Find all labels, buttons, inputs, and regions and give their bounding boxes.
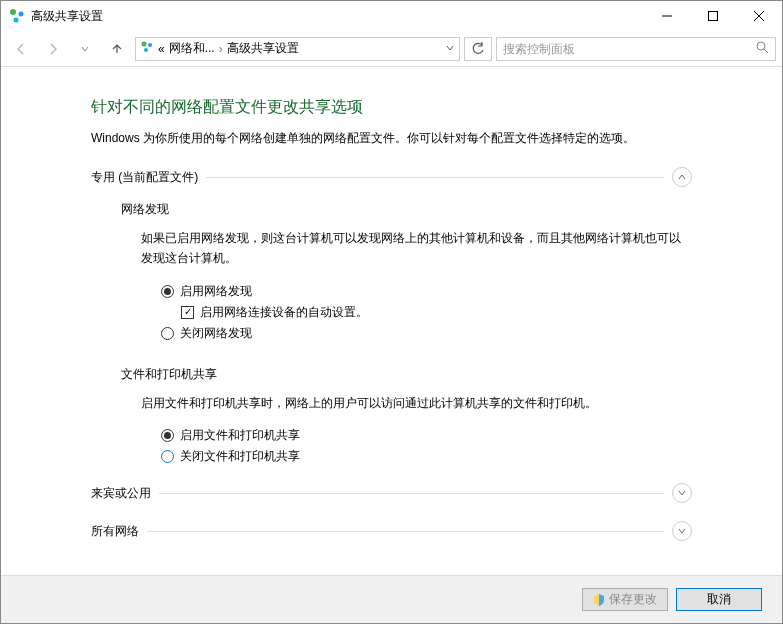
section-private: 专用 (当前配置文件) 网络发现 如果已启用网络发现，则这台计算机可以发现网络上… [91,167,692,465]
breadcrumb-item[interactable]: 网络和... [169,40,215,57]
radio-network-discovery-on[interactable]: 启用网络发现 [161,283,692,300]
section-header-all[interactable]: 所有网络 [91,521,692,541]
section-title: 来宾或公用 [91,485,151,502]
address-dropdown-icon[interactable] [445,42,455,56]
subsection-file-printer-label: 文件和打印机共享 [121,366,692,383]
radio-icon [161,450,174,463]
maximize-button[interactable] [690,1,736,31]
radio-file-printer-off[interactable]: 关闭文件和打印机共享 [161,448,692,465]
divider [147,531,664,532]
divider [159,493,664,494]
radio-label: 启用文件和打印机共享 [180,427,300,444]
svg-point-1 [19,12,24,17]
app-icon [9,8,25,24]
radio-label: 关闭网络发现 [180,325,252,342]
subsection-network-discovery-desc: 如果已启用网络发现，则这台计算机可以发现网络上的其他计算机和设备，而且其他网络计… [141,228,692,269]
save-button-label: 保存更改 [609,591,657,608]
window-title: 高级共享设置 [31,8,644,25]
svg-line-11 [764,49,768,53]
radio-icon [161,285,174,298]
svg-point-8 [148,43,152,47]
svg-point-10 [757,42,765,50]
subsection-network-discovery-label: 网络发现 [121,201,692,218]
radio-icon [161,327,174,340]
up-button[interactable] [103,35,131,63]
breadcrumb-root[interactable]: « [158,42,165,56]
search-icon [756,41,769,57]
radio-icon [161,429,174,442]
divider [206,177,664,178]
save-button[interactable]: 保存更改 [582,588,668,611]
chevron-down-icon[interactable] [672,483,692,503]
search-input[interactable] [503,42,756,56]
toolbar: « 网络和... › 高级共享设置 [1,31,782,67]
svg-point-7 [142,42,147,47]
svg-point-0 [10,9,16,15]
page-title: 针对不同的网络配置文件更改共享选项 [91,97,692,118]
content-area: 针对不同的网络配置文件更改共享选项 Windows 为你所使用的每个网络创建单独… [1,67,782,573]
section-title: 专用 (当前配置文件) [91,169,198,186]
location-icon [140,40,154,57]
close-button[interactable] [736,1,782,31]
footer: 保存更改 取消 [1,575,782,623]
chevron-up-icon[interactable] [672,167,692,187]
page-description: Windows 为你所使用的每个网络创建单独的网络配置文件。你可以针对每个配置文… [91,130,692,147]
cancel-button[interactable]: 取消 [676,588,762,611]
titlebar: 高级共享设置 [1,1,782,31]
section-all-networks: 所有网络 [91,521,692,541]
section-guest: 来宾或公用 [91,483,692,503]
shield-icon [593,594,605,606]
section-header-guest[interactable]: 来宾或公用 [91,483,692,503]
refresh-button[interactable] [464,37,492,61]
checkbox-auto-setup[interactable]: 启用网络连接设备的自动设置。 [181,304,692,321]
subsection-file-printer-desc: 启用文件和打印机共享时，网络上的用户可以访问通过此计算机共享的文件和打印机。 [141,393,692,413]
search-box[interactable] [496,37,776,61]
section-header-private[interactable]: 专用 (当前配置文件) [91,167,692,187]
chevron-right-icon: › [219,42,223,56]
svg-point-9 [144,48,148,52]
checkbox-icon [181,306,194,319]
radio-file-printer-on[interactable]: 启用文件和打印机共享 [161,427,692,444]
address-bar[interactable]: « 网络和... › 高级共享设置 [135,37,460,61]
svg-point-2 [14,18,19,23]
checkbox-label: 启用网络连接设备的自动设置。 [200,304,368,321]
section-title: 所有网络 [91,523,139,540]
chevron-down-icon[interactable] [672,521,692,541]
forward-button[interactable] [39,35,67,63]
cancel-button-label: 取消 [707,591,731,608]
minimize-button[interactable] [644,1,690,31]
recent-dropdown[interactable] [71,35,99,63]
radio-label: 关闭文件和打印机共享 [180,448,300,465]
radio-label: 启用网络发现 [180,283,252,300]
back-button[interactable] [7,35,35,63]
breadcrumb-item[interactable]: 高级共享设置 [227,40,299,57]
svg-rect-4 [709,12,718,21]
radio-network-discovery-off[interactable]: 关闭网络发现 [161,325,692,342]
